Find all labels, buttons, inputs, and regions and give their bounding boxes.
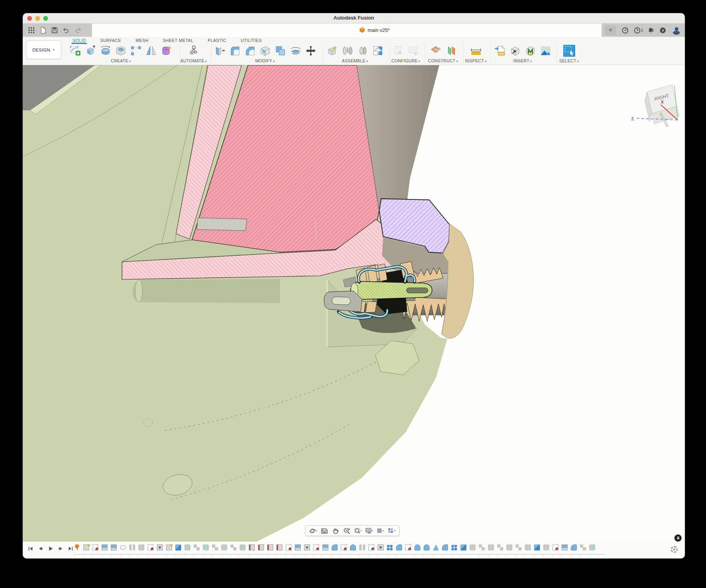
file-new-icon[interactable] (38, 26, 48, 35)
configuration-table-icon[interactable] (407, 44, 420, 58)
timeline-feature-drag-icon[interactable] (212, 544, 218, 550)
joint-icon[interactable] (341, 44, 354, 58)
tab-utilities[interactable]: UTILITIES (240, 38, 263, 44)
hole-icon[interactable] (114, 44, 128, 58)
timeline-feature-fillet-icon[interactable] (571, 544, 577, 550)
timeline-feature-hole-icon[interactable] (157, 544, 163, 550)
timeline-feature-drag-icon[interactable] (580, 544, 586, 550)
tab-surface[interactable]: SURFACE (100, 38, 122, 44)
construction-plane-icon[interactable] (429, 44, 442, 58)
timeline-feature-extrude-icon[interactable] (102, 544, 108, 550)
viewport-3d[interactable]: RIGHT BOTTOM X Z a (23, 65, 685, 542)
tab-solid[interactable]: SOLID (72, 38, 87, 44)
viewports-icon[interactable] (386, 526, 397, 535)
timeline-feature-insert-icon[interactable] (175, 544, 181, 550)
configure-menu[interactable]: CONFIGURE▾ (390, 58, 422, 63)
redo-icon[interactable] (72, 26, 83, 35)
timeline-feature-asbuilt-icon[interactable] (129, 544, 135, 550)
fillet-icon[interactable] (228, 44, 241, 58)
minimize-window-button[interactable] (35, 16, 40, 21)
select-icon[interactable] (562, 44, 576, 58)
mirror-icon[interactable] (145, 44, 158, 58)
close-window-button[interactable] (27, 16, 32, 21)
timeline-feature-revolve-icon[interactable] (350, 544, 356, 550)
timeline-feature-sketch-icon[interactable] (313, 544, 319, 550)
job-status-icon[interactable] (619, 26, 631, 35)
timeline-feature-holered-icon[interactable] (267, 544, 273, 550)
timeline-feature-asbuilt-icon[interactable] (359, 544, 365, 550)
new-component-icon[interactable] (326, 44, 339, 58)
timeline-feature-sketch-icon[interactable] (148, 544, 154, 550)
timeline-feature-extrude-icon[interactable] (295, 544, 301, 550)
insert-svg-icon[interactable] (493, 44, 506, 58)
autodesk-badge[interactable]: a (674, 534, 682, 542)
move-copy-icon[interactable] (304, 44, 317, 58)
timeline-feature-extrude-icon[interactable] (111, 544, 117, 550)
measure-icon[interactable] (469, 44, 482, 58)
tab-mesh[interactable]: MESH (135, 38, 149, 44)
timeline-feature-drag-icon[interactable] (497, 544, 503, 550)
timeline-feature-revolve-icon[interactable] (424, 544, 430, 550)
timeline-feature-holered-icon[interactable] (276, 544, 282, 550)
timeline-feature-mirror-icon[interactable] (433, 544, 439, 550)
timeline-feature-hole-icon[interactable] (304, 544, 310, 550)
insert-derive-icon[interactable] (508, 44, 522, 58)
tab-plastic[interactable]: PLASTIC (207, 38, 227, 44)
timeline-feature-pattern-icon[interactable] (387, 544, 393, 550)
automate-icon[interactable] (187, 44, 200, 58)
timeline-settings-gear-icon[interactable] (671, 546, 678, 553)
revolve-icon[interactable] (99, 44, 112, 58)
select-menu[interactable]: SELECT▾ (557, 58, 581, 63)
zoom-icon[interactable] (342, 526, 352, 535)
timeline-feature-pattern-icon[interactable] (451, 544, 457, 550)
split-body-icon[interactable] (289, 44, 302, 58)
automate-menu[interactable]: AUTOMATE▾ (180, 58, 206, 63)
timeline-feature-sketch-icon[interactable] (92, 544, 98, 550)
timeline-feature-sketch-icon[interactable] (341, 544, 347, 550)
orbit-icon[interactable] (308, 526, 318, 535)
combine-icon[interactable] (274, 44, 287, 58)
insert-menu[interactable]: INSERT▾ (491, 58, 554, 63)
go-to-start-button[interactable] (27, 545, 34, 552)
timeline-feature-joint-icon[interactable] (506, 544, 512, 550)
create-form-icon[interactable] (160, 44, 173, 58)
timeline-feature-joint-icon[interactable] (138, 544, 144, 550)
zoom-window-button[interactable] (43, 16, 48, 21)
press-pull-icon[interactable] (213, 44, 226, 58)
insert-canvas-icon[interactable] (539, 44, 552, 58)
timeline-feature-holered-icon[interactable] (258, 544, 264, 550)
create-menu[interactable]: CREATE▾ (67, 58, 174, 63)
insert-mcmaster-icon[interactable] (524, 44, 537, 58)
rectangular-pattern-icon[interactable] (130, 44, 143, 58)
timeline-feature-insert-icon[interactable] (534, 544, 540, 550)
timeline-feature-joint-icon[interactable] (525, 544, 531, 550)
timeline-feature-joint-icon[interactable] (240, 544, 246, 550)
help-icon[interactable]: ? (657, 26, 669, 35)
configuration-icon[interactable] (392, 44, 405, 58)
as-built-joint-icon[interactable] (356, 44, 369, 58)
extrude-icon[interactable] (84, 44, 97, 58)
insert-component-icon[interactable] (371, 44, 384, 58)
create-sketch-icon[interactable] (69, 44, 82, 58)
timeline-feature-joint-icon[interactable] (184, 544, 190, 550)
timeline-feature-joint-icon[interactable] (589, 544, 595, 550)
step-back-button[interactable] (37, 545, 44, 552)
display-settings-icon[interactable] (364, 526, 374, 535)
timeline-feature-drag-icon[interactable] (194, 544, 200, 550)
timeline-feature-holered-icon[interactable] (249, 544, 255, 550)
timeline-feature-joint-icon[interactable] (470, 544, 476, 550)
user-avatar[interactable] (672, 26, 681, 35)
timeline-feature-fillet-icon[interactable] (442, 544, 448, 550)
tab-close-button[interactable]: × (649, 26, 657, 34)
tab-sheet-metal[interactable]: SHEET METAL (162, 38, 194, 44)
chamfer-icon[interactable] (243, 44, 256, 58)
go-to-end-button[interactable] (67, 545, 74, 552)
timeline-feature-drag-icon[interactable] (230, 544, 236, 550)
timeline-feature-sketch-icon[interactable] (405, 544, 411, 550)
timeline-feature-revolve-icon[interactable] (414, 544, 420, 550)
timeline-feature-fillet-icon[interactable] (332, 544, 338, 550)
modify-menu[interactable]: MODIFY▾ (212, 58, 318, 63)
timeline-feature-ellipse-icon[interactable] (120, 545, 126, 550)
pan-icon[interactable] (330, 526, 341, 535)
timeline-feature-extrude-icon[interactable] (322, 544, 328, 550)
